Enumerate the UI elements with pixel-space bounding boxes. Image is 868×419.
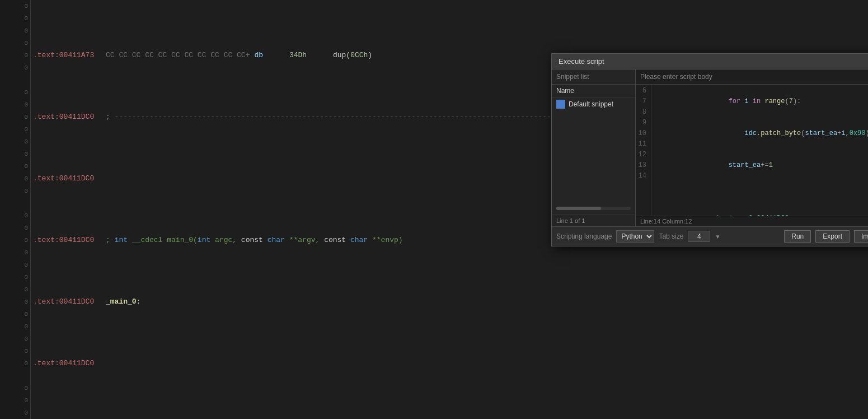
gutter-row: 0 (0, 62, 30, 74)
tab-size-input[interactable] (688, 231, 710, 242)
export-button[interactable]: Export (815, 230, 850, 243)
gutter-row: 0 (0, 99, 30, 111)
left-gutter: 0 0 0 0 0 0 0 0 0 0 0 0 0 0 0 0 0 0 0 0 … (0, 0, 31, 419)
gutter-row-bp[interactable] (0, 197, 30, 210)
execute-script-dialog: Execute script Snippet list Name Default… (551, 53, 868, 246)
import-button[interactable]: Import (854, 230, 868, 243)
dialog-title-bar[interactable]: Execute script (552, 54, 868, 69)
gutter-row: 0 (0, 210, 30, 222)
snippet-item-label: Default snippet (569, 100, 613, 108)
gutter-row-bp[interactable] (0, 370, 30, 382)
gutter-row: 0 (0, 296, 30, 308)
gutter-row: 0 (0, 283, 30, 296)
gutter-row: 0 (0, 111, 30, 123)
gutter-row: 0 (0, 185, 30, 197)
snippet-item[interactable]: Default snippet (552, 97, 635, 111)
snippet-icon (556, 100, 565, 109)
gutter-row: 0 (0, 333, 30, 345)
gutter-row: 0 (0, 394, 30, 407)
gutter-row: 0 (0, 246, 30, 259)
gutter-row: 0 (0, 0, 30, 12)
gutter-row: 0 (0, 86, 30, 99)
snippet-panel: Snippet list Name Default snippet Line 1… (552, 69, 636, 226)
script-line-11: start_ea=0x00411DC0 (656, 203, 868, 216)
script-line-8: start_ea+=1 (656, 150, 868, 181)
script-line-7: idc.patch_byte(start_ea+i,0x90) (656, 118, 868, 150)
gutter-row: 0 (0, 357, 30, 370)
gutter-row: 0 (0, 271, 30, 283)
disasm-line: .text:00411DC0 (31, 357, 868, 370)
gutter-row: 0 (0, 345, 30, 357)
gutter-row: 0 (0, 308, 30, 320)
snippet-list-header: Snippet list (552, 69, 635, 85)
gutter-row: 0 (0, 12, 30, 25)
gutter-row: 0 (0, 382, 30, 394)
gutter-row: 0 (0, 234, 30, 246)
gutter-row: 0 (0, 25, 30, 37)
tab-size-dropdown[interactable]: ▼ (715, 234, 720, 240)
gutter-row: 0 (0, 407, 30, 419)
script-status: Line:14 Column:12 (636, 216, 868, 226)
gutter-row: 0 (0, 222, 30, 234)
snippet-scrollbar[interactable] (556, 207, 631, 210)
gutter-row: 0 (0, 123, 30, 136)
snippet-col-name: Name (552, 85, 635, 97)
snippet-line-info: Line 1 of 1 (552, 215, 635, 226)
scripting-language-label: Scripting language (556, 232, 612, 240)
gutter-row: 0 (0, 320, 30, 333)
run-button[interactable]: Run (784, 230, 811, 243)
disasm-area: .text:00411A73 CC CC CC CC CC CC CC CC C… (31, 0, 868, 419)
script-line-10 (656, 192, 868, 203)
script-editor-panel: Please enter script body 6 7 8 9 10 11 1… (636, 69, 868, 226)
language-select[interactable]: Python (616, 230, 654, 243)
dialog-footer: Scripting language Python Tab size ▼ Run… (552, 226, 868, 246)
gutter-row-bp[interactable] (0, 74, 30, 86)
script-editor-header: Please enter script body (636, 69, 868, 85)
script-line-6: for i in range(7): (656, 86, 868, 118)
line-numbers: 6 7 8 9 10 11 12 13 14 (636, 85, 651, 216)
gutter-row: 0 (0, 148, 30, 160)
script-editor[interactable]: 6 7 8 9 10 11 12 13 14 for i in range(7) (636, 85, 868, 216)
gutter-row: 0 (0, 136, 30, 148)
disasm-line: .text:00411DC0 _main_0: (31, 296, 868, 308)
tab-size-label: Tab size (659, 232, 683, 240)
script-code-area[interactable]: for i in range(7): idc.patch_byte(start_… (651, 85, 868, 216)
snippet-scrollbar-thumb (556, 207, 601, 210)
gutter-row: 0 (0, 49, 30, 62)
gutter-row: 0 (0, 37, 30, 49)
script-line-9 (656, 181, 868, 192)
gutter-row: 0 (0, 259, 30, 271)
gutter-row: 0 (0, 160, 30, 173)
gutter-row: 0 (0, 173, 30, 185)
dialog-body: Snippet list Name Default snippet Line 1… (552, 69, 868, 226)
dialog-title: Execute script (559, 57, 604, 66)
